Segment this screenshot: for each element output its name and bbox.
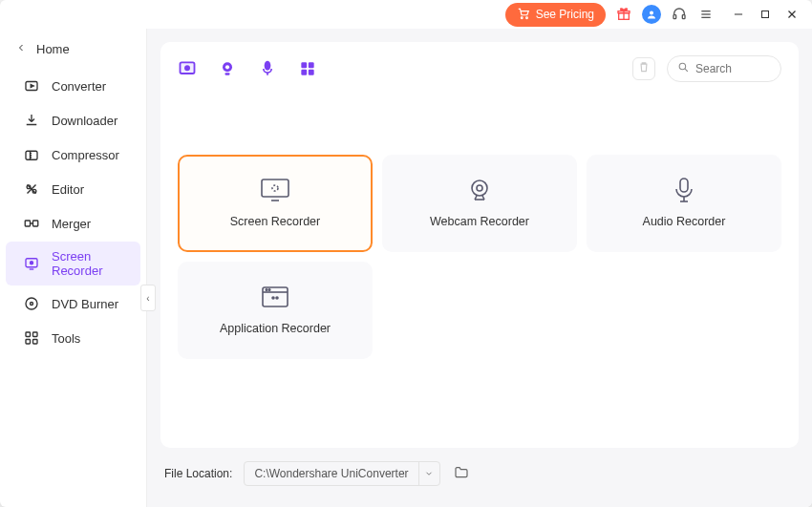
sidebar-item-converter[interactable]: Converter	[6, 70, 140, 102]
downloader-icon	[23, 112, 40, 129]
sidebar-item-label: Screen Recorder	[52, 249, 123, 278]
folder-icon	[453, 465, 470, 483]
svg-line-45	[685, 69, 688, 72]
dvd-burner-icon	[23, 295, 40, 312]
svg-rect-43	[309, 70, 314, 75]
svg-point-56	[266, 289, 267, 291]
minimize-button[interactable]	[730, 6, 747, 23]
editor-icon	[23, 180, 40, 198]
see-pricing-button[interactable]: See Pricing	[505, 3, 606, 27]
svg-point-28	[31, 303, 33, 306]
card-label: Application Recorder	[220, 322, 331, 335]
home-label: Home	[36, 42, 70, 56]
card-label: Webcam Recorder	[430, 215, 529, 228]
svg-point-4	[650, 11, 653, 15]
svg-rect-41	[309, 62, 314, 68]
svg-rect-6	[682, 15, 685, 19]
close-button[interactable]	[783, 6, 801, 23]
svg-rect-21	[25, 221, 30, 226]
titlebar: See Pricing	[0, 0, 812, 29]
svg-rect-40	[301, 62, 307, 68]
gift-icon[interactable]	[615, 6, 632, 23]
svg-point-59	[276, 297, 278, 299]
user-avatar[interactable]	[642, 5, 661, 24]
svg-rect-29	[26, 332, 31, 337]
sidebar-item-compressor[interactable]: Compressor	[6, 138, 140, 171]
sidebar-item-label: Editor	[52, 182, 84, 197]
home-nav[interactable]: Home	[0, 36, 146, 70]
sidebar-item-downloader[interactable]: Downloader	[6, 104, 140, 137]
webcam-mode-icon[interactable]	[218, 59, 237, 78]
svg-point-27	[26, 298, 37, 309]
svg-point-57	[268, 289, 270, 291]
svg-rect-5	[673, 15, 676, 19]
recorder-grid: Screen Recorder Webcam Recorder Audio Re…	[178, 155, 781, 359]
svg-rect-30	[33, 332, 38, 337]
search-icon	[677, 60, 690, 77]
svg-point-36	[225, 65, 229, 69]
card-webcam-recorder[interactable]: Webcam Recorder	[382, 155, 577, 252]
see-pricing-label: See Pricing	[536, 8, 594, 21]
sidebar-item-screen-recorder[interactable]: Screen Recorder	[6, 242, 140, 285]
main-area: Screen Recorder Webcam Recorder Audio Re…	[147, 29, 812, 507]
svg-rect-31	[26, 340, 31, 345]
screen-recorder-icon	[262, 179, 288, 201]
card-label: Audio Recorder	[643, 215, 726, 228]
svg-point-34	[185, 66, 189, 70]
window-controls	[730, 6, 801, 23]
panel-top-right	[632, 55, 781, 82]
maximize-button[interactable]	[757, 6, 774, 23]
screen-mode-icon[interactable]	[178, 59, 197, 78]
sidebar-item-label: Downloader	[52, 114, 118, 128]
svg-point-50	[477, 185, 482, 191]
cart-icon	[517, 7, 530, 23]
svg-point-47	[272, 185, 278, 191]
svg-point-49	[472, 180, 487, 196]
svg-rect-51	[680, 179, 688, 192]
svg-point-1	[525, 16, 527, 18]
svg-point-38	[265, 61, 271, 71]
audio-mode-icon[interactable]	[258, 59, 277, 78]
sidebar-item-editor[interactable]: Editor	[6, 173, 140, 205]
merger-icon	[23, 215, 40, 232]
chevron-left-icon: ‹	[146, 293, 149, 304]
sidebar-item-label: Tools	[52, 331, 80, 346]
sidebar-item-label: Merger	[52, 217, 91, 231]
svg-rect-22	[33, 221, 38, 226]
file-location-select[interactable]: C:\Wondershare UniConverter	[244, 461, 439, 486]
body: Home Converter Downloader Compressor	[0, 29, 812, 507]
trash-icon	[637, 60, 651, 77]
chevron-down-icon[interactable]	[418, 462, 439, 485]
sidebar-item-dvd-burner[interactable]: DVD Burner	[6, 287, 140, 320]
svg-rect-32	[33, 340, 38, 345]
webcam-recorder-icon	[466, 179, 493, 201]
svg-rect-37	[225, 73, 230, 75]
collapse-sidebar-button[interactable]: ‹	[140, 285, 156, 311]
sidebar-item-label: Compressor	[52, 148, 119, 162]
footer: File Location: C:\Wondershare UniConvert…	[160, 461, 799, 496]
compressor-icon	[23, 146, 40, 163]
headset-icon[interactable]	[671, 6, 688, 23]
card-application-recorder[interactable]: Application Recorder	[178, 262, 373, 359]
application-recorder-icon	[262, 285, 288, 308]
search-box[interactable]	[667, 55, 781, 82]
converter-icon	[23, 77, 40, 95]
open-folder-button[interactable]	[452, 465, 471, 482]
search-input[interactable]	[695, 62, 771, 75]
content-panel: Screen Recorder Webcam Recorder Audio Re…	[160, 42, 799, 448]
svg-point-58	[272, 297, 274, 299]
back-chevron-icon	[15, 42, 27, 56]
sidebar-item-merger[interactable]: Merger	[6, 207, 140, 240]
tools-icon	[23, 329, 40, 347]
menu-icon[interactable]	[697, 6, 715, 23]
card-audio-recorder[interactable]: Audio Recorder	[587, 155, 781, 252]
svg-rect-11	[762, 11, 769, 18]
card-screen-recorder[interactable]: Screen Recorder	[178, 155, 373, 252]
trash-button[interactable]	[632, 57, 655, 80]
card-label: Screen Recorder	[230, 215, 321, 228]
svg-point-0	[521, 16, 523, 18]
svg-rect-46	[262, 180, 288, 197]
sidebar-item-tools[interactable]: Tools	[6, 322, 140, 354]
app-mode-icon[interactable]	[298, 59, 317, 78]
svg-rect-42	[301, 70, 307, 75]
